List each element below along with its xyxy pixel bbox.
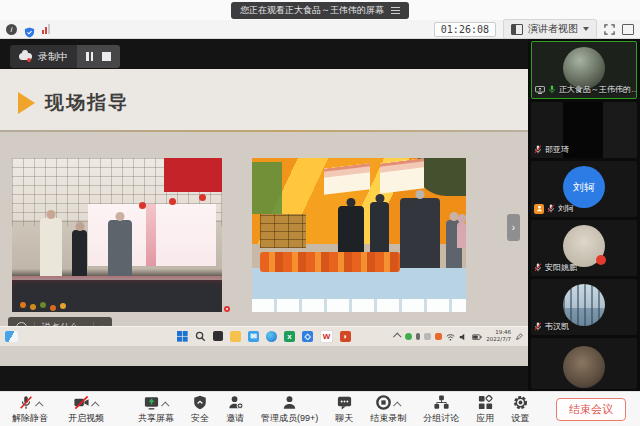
participant-tile[interactable]: 邵亚琦 bbox=[531, 102, 637, 158]
person-plus-icon bbox=[227, 394, 244, 415]
mic-on-icon bbox=[548, 85, 556, 94]
photo-figure bbox=[40, 218, 62, 278]
breakout-blocks-icon bbox=[433, 394, 450, 415]
tray-gray-icon bbox=[424, 333, 431, 340]
recording-bar: 录制中 bbox=[10, 45, 120, 68]
chat-button[interactable]: 聊天 bbox=[333, 396, 355, 423]
window-mode-icon[interactable] bbox=[622, 24, 634, 35]
photo-decor-lamps bbox=[199, 194, 206, 201]
stop-recording-button[interactable]: 结束录制 bbox=[368, 396, 408, 423]
chevron-up-icon[interactable] bbox=[393, 401, 401, 409]
fullscreen-icon[interactable] bbox=[604, 24, 615, 35]
stop-recording-icon[interactable] bbox=[102, 52, 111, 61]
participant-tile[interactable]: 韦汉凯 bbox=[531, 279, 637, 335]
unmute-button[interactable]: 解除静音 bbox=[10, 396, 50, 423]
tray-netdisk-icon bbox=[435, 333, 442, 340]
battery-icon bbox=[472, 327, 482, 345]
shield-icon bbox=[192, 394, 208, 415]
photo-decor-products bbox=[260, 252, 400, 272]
participant-tile[interactable]: 安阳姚鹏 bbox=[531, 220, 637, 276]
breakout-rooms-button[interactable]: 分组讨论 bbox=[421, 396, 461, 423]
taskbar-clock: 19:46 2022/7/7 bbox=[486, 329, 511, 342]
chevron-down-icon bbox=[583, 27, 589, 31]
manage-members-button[interactable]: 管理成员(99+) bbox=[259, 396, 320, 423]
chat-bubble-icon bbox=[336, 394, 353, 415]
mic-muted-icon bbox=[547, 204, 555, 213]
mail-icon: ✉ bbox=[248, 331, 259, 342]
main-area: 录制中 现场指导 bbox=[0, 39, 640, 391]
tray-green-icon bbox=[405, 333, 412, 340]
windows-logo-icon bbox=[177, 331, 188, 342]
screen-share-icon bbox=[143, 394, 160, 415]
photo-decor-counter bbox=[12, 276, 222, 312]
meeting-info-icon[interactable]: i bbox=[6, 24, 17, 35]
file-explorer-icon bbox=[230, 331, 241, 342]
view-mode-label: 演讲者视图 bbox=[528, 22, 578, 36]
stop-record-icon bbox=[375, 394, 392, 415]
shared-windows-taskbar: ✉ x ◇ W ◗ bbox=[0, 326, 528, 346]
cloud-record-icon bbox=[19, 53, 32, 60]
invite-button[interactable]: 邀请 bbox=[224, 396, 246, 423]
participant-name: 正大食品～王伟伟的… bbox=[559, 84, 637, 95]
banner-menu-icon[interactable] bbox=[391, 7, 400, 14]
participant-name: 邵亚琦 bbox=[545, 144, 569, 155]
camera-off-icon bbox=[73, 394, 90, 415]
photo-meat-shop bbox=[12, 158, 222, 312]
photo-decor-crates bbox=[260, 214, 306, 248]
avatar-initials: 刘轲 bbox=[563, 166, 605, 208]
apps-button[interactable]: 应用 bbox=[474, 396, 496, 423]
participant-tile[interactable]: 刘轲 刘轲 bbox=[531, 161, 637, 217]
end-meeting-button[interactable]: 结束会议 bbox=[556, 398, 626, 421]
participant-name: 刘轲 bbox=[558, 203, 574, 214]
pause-recording-icon[interactable] bbox=[86, 52, 93, 61]
start-video-button[interactable]: 开启视频 bbox=[66, 396, 106, 423]
photo-figure bbox=[72, 230, 87, 276]
spectating-banner-text: 您正在观看正大食品～王伟伟的屏幕 bbox=[240, 6, 384, 15]
participant-tile[interactable] bbox=[531, 338, 637, 389]
laser-pointer-dot bbox=[224, 306, 230, 312]
orange-triangle-icon bbox=[18, 92, 35, 114]
taskbar-center-icons: ✉ x ◇ W ◗ bbox=[177, 330, 351, 343]
spectating-banner: 您正在观看正大食品～王伟伟的屏幕 bbox=[231, 2, 409, 19]
mic-muted-icon bbox=[534, 263, 542, 272]
chevron-up-icon[interactable] bbox=[161, 401, 169, 409]
avatar bbox=[563, 47, 605, 89]
photos-icon: ◇ bbox=[302, 331, 313, 342]
speaker-icon bbox=[459, 327, 468, 345]
security-shield-icon[interactable] bbox=[24, 24, 35, 35]
status-bar: i 01:26:08 演讲者视图 bbox=[0, 20, 640, 39]
search-icon bbox=[195, 331, 206, 342]
tray-chevron-icon bbox=[393, 332, 401, 340]
avatar bbox=[563, 225, 605, 267]
edge-browser-icon bbox=[266, 331, 277, 342]
recording-controls bbox=[77, 45, 120, 68]
avatar-badge bbox=[596, 255, 606, 265]
chevron-up-icon[interactable] bbox=[91, 401, 99, 409]
shared-screen-stage: 录制中 现场指导 bbox=[0, 39, 528, 391]
photo-figure bbox=[108, 220, 132, 280]
layout-grid-icon bbox=[511, 24, 523, 35]
task-view-icon bbox=[213, 331, 223, 341]
security-button[interactable]: 安全 bbox=[189, 396, 211, 423]
photo-decor-stall-front bbox=[252, 268, 466, 312]
photo-outdoor-market bbox=[252, 158, 466, 312]
apps-grid-icon bbox=[477, 394, 494, 415]
chevron-up-icon[interactable] bbox=[35, 401, 43, 409]
network-signal-icon[interactable] bbox=[42, 24, 50, 34]
participant-name: 韦汉凯 bbox=[545, 321, 569, 332]
photo-decor-produce bbox=[20, 302, 26, 308]
settings-button[interactable]: 设置 bbox=[509, 396, 531, 423]
sidebar-collapse-handle[interactable]: › bbox=[507, 214, 520, 241]
photo-decor-red-sign bbox=[164, 158, 222, 192]
view-mode-button[interactable]: 演讲者视图 bbox=[503, 19, 597, 39]
meeting-timer: 01:26:08 bbox=[434, 22, 496, 37]
top-bar: 您正在观看正大食品～王伟伟的屏幕 bbox=[0, 0, 640, 20]
participants-sidebar: 正大食品～王伟伟的… 邵亚琦 刘轲 bbox=[528, 39, 640, 391]
taskbar-date: 2022/7/7 bbox=[486, 336, 511, 343]
screen-share-icon bbox=[535, 86, 545, 94]
share-screen-button[interactable]: 共享屏幕 bbox=[136, 396, 176, 423]
tray-mic-icon bbox=[416, 333, 420, 340]
excel-icon: x bbox=[284, 331, 295, 342]
slide-title: 现场指导 bbox=[45, 90, 129, 116]
participant-tile-speaker[interactable]: 正大食品～王伟伟的… bbox=[531, 41, 637, 99]
